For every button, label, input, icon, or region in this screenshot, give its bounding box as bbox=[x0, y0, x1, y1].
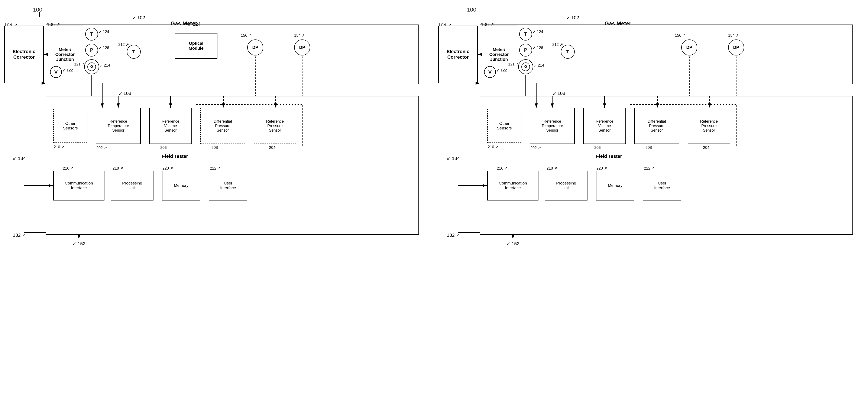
mem-box-left: Memory bbox=[162, 171, 200, 201]
elec-corrector-box-left: ElectronicCorrector bbox=[4, 26, 44, 83]
o-circle-inner-left: O bbox=[87, 62, 96, 71]
proc-ref-left: 218 ↗ bbox=[113, 166, 123, 171]
top-ref-left: 100 bbox=[33, 6, 42, 13]
ref-vol-box-left: ReferenceVolumeSensor bbox=[149, 108, 192, 144]
comm-box-left: CommunicationInterface bbox=[53, 171, 104, 201]
dp2-circle-left: DP bbox=[294, 39, 310, 56]
ref-temp-ref-right: 202 ↗ bbox=[530, 146, 541, 150]
top-ref-right: 100 bbox=[467, 6, 476, 13]
dp1-ref-right: 156 ↗ bbox=[675, 33, 685, 38]
p-ref-right: ↙ 126 bbox=[532, 45, 543, 50]
other-sensors-box-right: OtherSensors bbox=[487, 109, 521, 143]
comm-box-right: CommunicationInterface bbox=[487, 171, 538, 201]
ref-press-box-left: ReferencePressureSensor bbox=[254, 108, 296, 144]
p-circle-right: P bbox=[519, 44, 532, 57]
dp2-ref-right: 154 ↗ bbox=[728, 33, 739, 38]
field-tester-title-right: Field Tester bbox=[596, 154, 622, 159]
dp1-ref-left: 156 ↗ bbox=[241, 33, 251, 38]
mem-ref-right: 220 ↗ bbox=[596, 166, 607, 171]
t-circle-left: T bbox=[85, 28, 98, 40]
ref132-right: 132 ↗ bbox=[447, 233, 460, 238]
v-ref-left: ↙ 122 bbox=[62, 68, 73, 72]
dp1-circle-left: DP bbox=[247, 39, 263, 56]
optical-box-left: OpticalModule bbox=[175, 33, 217, 59]
ref134-right: ↙ 134 bbox=[447, 156, 460, 161]
o-ref214-right: ↙ 214 bbox=[533, 63, 544, 68]
mem-ref-left: 220 ↗ bbox=[162, 166, 173, 171]
proc-box-right: ProcessingUnit bbox=[545, 171, 587, 201]
other-sensors-box-left: OtherSensors bbox=[53, 109, 87, 143]
ref-vol-ref-left: 206 bbox=[160, 146, 167, 150]
dp2-ref-left: 154 ↗ bbox=[294, 33, 305, 38]
o-ref121-right: 121 ↗ bbox=[508, 62, 519, 66]
proc-box-left: ProcessingUnit bbox=[111, 171, 153, 201]
t2-ref-right: 212 ↗ bbox=[552, 42, 563, 47]
ref-temp-ref-left: 202 ↗ bbox=[96, 146, 107, 150]
gas-meter-ref-left: ↙ 102 bbox=[132, 15, 145, 21]
ref-press-ref-left: 204 bbox=[269, 146, 275, 150]
diff-press-ref-left: 208 bbox=[212, 146, 218, 150]
comm-ref-left: 216 ↗ bbox=[63, 166, 73, 171]
ft-ref-left: ↙ 108 bbox=[118, 91, 131, 96]
ref-press-box-right: ReferencePressureSensor bbox=[688, 108, 730, 144]
ref-vol-box-right: ReferenceVolumeSensor bbox=[583, 108, 626, 144]
ref-press-ref-right: 204 bbox=[703, 146, 709, 150]
o-ref214-left: ↙ 214 bbox=[99, 63, 110, 68]
v-circle-right: V bbox=[484, 66, 496, 78]
dp1-circle-right: DP bbox=[681, 39, 697, 56]
ui-box-right: UserInterface bbox=[643, 171, 681, 201]
diff-press-ref-right: 208 bbox=[646, 146, 652, 150]
optical-ref-left: ↙ 224 bbox=[188, 21, 200, 27]
other-sensors-ref-right: 210 ↗ bbox=[488, 145, 498, 149]
p-ref-left: ↙ 126 bbox=[98, 45, 109, 50]
o-ref121-left: 121 ↗ bbox=[74, 62, 85, 66]
field-tester-title-left: Field Tester bbox=[162, 154, 188, 159]
diff-press-box-left: DifferentialPressureSensor bbox=[200, 108, 245, 144]
t2-ref-left: 212 ↗ bbox=[118, 42, 129, 47]
ref-temp-box-left: ReferenceTemperatureSensor bbox=[96, 108, 141, 144]
ref152-left: ↙ 152 bbox=[72, 241, 86, 247]
ref132-left: 132 ↗ bbox=[13, 233, 26, 238]
p-circle-left: P bbox=[85, 44, 98, 57]
dp2-circle-right: DP bbox=[728, 39, 744, 56]
ref-vol-ref-right: 206 bbox=[594, 146, 601, 150]
t-ref-left: ↙ 124 bbox=[98, 29, 109, 34]
t-ref-right: ↙ 124 bbox=[532, 29, 543, 34]
diff-press-box-right: DifferentialPressureSensor bbox=[634, 108, 679, 144]
v-circle-left: V bbox=[50, 66, 62, 78]
ui-ref-right: 222 ↗ bbox=[644, 166, 655, 171]
ui-ref-left: 222 ↗ bbox=[210, 166, 221, 171]
ui-box-left: UserInterface bbox=[209, 171, 247, 201]
ref-temp-box-right: ReferenceTemperatureSensor bbox=[530, 108, 575, 144]
ft-ref-right: ↙ 108 bbox=[552, 91, 565, 96]
ref134-left: ↙ 134 bbox=[13, 156, 26, 161]
comm-ref-right: 216 ↗ bbox=[497, 166, 507, 171]
v-ref-right: ↙ 122 bbox=[496, 68, 507, 72]
other-sensors-ref-left: 210 ↗ bbox=[54, 145, 64, 149]
mem-box-right: Memory bbox=[596, 171, 634, 201]
t-circle-right: T bbox=[519, 28, 532, 40]
ref152-right: ↙ 152 bbox=[506, 241, 520, 247]
elec-corrector-box-right: ElectronicCorrector bbox=[438, 26, 478, 83]
proc-ref-right: 218 ↗ bbox=[547, 166, 557, 171]
gas-meter-ref-right: ↙ 102 bbox=[566, 15, 579, 21]
o-circle-inner-right: O bbox=[521, 62, 530, 71]
